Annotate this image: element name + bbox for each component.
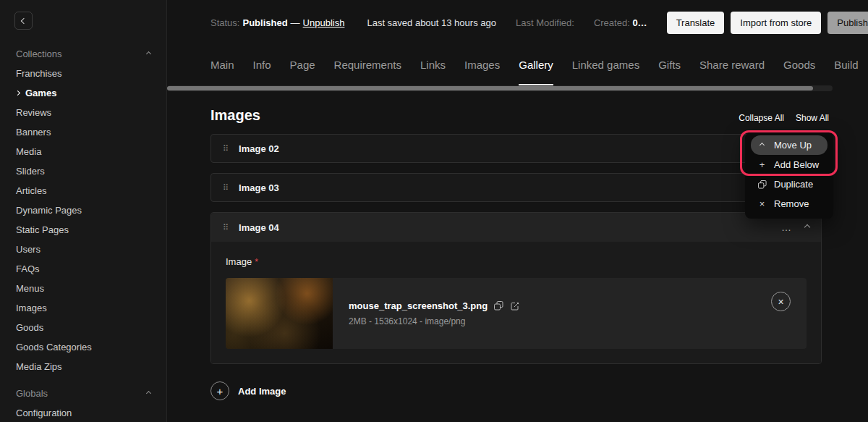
- row-context-menu: Move Up + Add Below Duplicate × Remove: [745, 132, 833, 219]
- created-value: 0…: [632, 17, 647, 28]
- row-menu-icon[interactable]: …: [781, 221, 792, 233]
- sidebar-item-faqs[interactable]: FAQs: [0, 259, 166, 279]
- duplicate-icon: [757, 180, 767, 189]
- tabs-scrollbar-track: [167, 85, 833, 91]
- tab-page[interactable]: Page: [290, 45, 315, 85]
- tab-gallery[interactable]: Gallery: [519, 45, 553, 85]
- sidebar-item-label: Games: [25, 88, 56, 98]
- collections-section-header[interactable]: Collections: [0, 44, 166, 64]
- copy-icon[interactable]: [494, 301, 503, 311]
- sidebar-item-media-zips[interactable]: Media Zips: [0, 357, 166, 376]
- globals-section-header[interactable]: Globals: [0, 384, 166, 403]
- bulk-actions: Collapse All Show All: [739, 113, 829, 123]
- menu-item-label: Move Up: [774, 140, 812, 151]
- file-name-row: mouse_trap_screenshot_3.png: [349, 300, 520, 311]
- row-label: Image 03: [239, 182, 279, 193]
- collapse-row-button[interactable]: [805, 225, 809, 229]
- image-row-02[interactable]: ⠿ Image 02: [210, 134, 822, 163]
- tab-main[interactable]: Main: [210, 45, 234, 85]
- close-icon: ×: [778, 296, 783, 308]
- sidebar-item-sliders[interactable]: Sliders: [0, 161, 166, 181]
- status-label: Status:: [210, 17, 239, 28]
- tab-links[interactable]: Links: [420, 45, 446, 85]
- row-label: Image 04: [239, 222, 279, 233]
- chevron-up-icon: [146, 391, 151, 396]
- drag-handle-icon[interactable]: ⠿: [223, 224, 229, 232]
- image-row-04-header[interactable]: ⠿ Image 04 …: [211, 213, 821, 242]
- sidebar-item-franchises[interactable]: Franchises: [0, 64, 166, 83]
- tabs-scrollbar-thumb[interactable]: [167, 86, 813, 90]
- collapse-all-link[interactable]: Collapse All: [739, 113, 784, 123]
- created-label: Created:: [594, 17, 630, 28]
- created-group: Created: 0…: [594, 17, 647, 28]
- globals-nav: Configuration Custom settings: [0, 403, 166, 422]
- translate-button[interactable]: Translate: [667, 12, 725, 34]
- image-field-label: Image: [226, 256, 252, 267]
- tab-info[interactable]: Info: [253, 45, 271, 85]
- publish-changes-button[interactable]: Publish changes: [827, 12, 868, 34]
- close-icon: ×: [757, 199, 767, 208]
- image-row-03[interactable]: ⠿ Image 03: [210, 173, 822, 202]
- menu-item-move-up[interactable]: Move Up: [751, 135, 827, 155]
- tab-requirements[interactable]: Requirements: [334, 45, 401, 85]
- file-card: mouse_trap_screenshot_3.png 2MB - 1536x1…: [226, 278, 807, 349]
- menu-item-label: Duplicate: [774, 179, 813, 190]
- sidebar-item-media[interactable]: Media: [0, 142, 166, 161]
- sidebar-item-configuration[interactable]: Configuration: [0, 403, 166, 422]
- menu-item-remove[interactable]: × Remove: [751, 194, 827, 214]
- sidebar-item-static-pages[interactable]: Static Pages: [0, 220, 166, 240]
- images-section-header: Images Collapse All Show All: [210, 107, 822, 124]
- chevron-up-icon: [804, 224, 810, 230]
- file-meta: 2MB - 1536x1024 - image/png: [349, 316, 520, 326]
- drag-handle-icon[interactable]: ⠿: [223, 184, 229, 192]
- menu-item-label: Remove: [774, 198, 809, 209]
- sidebar-item-goods-categories[interactable]: Goods Categories: [0, 337, 166, 357]
- tab-share-reward[interactable]: Share reward: [699, 45, 765, 85]
- images-section-title: Images: [210, 107, 822, 124]
- sidebar-item-users[interactable]: Users: [0, 240, 166, 259]
- tab-gifts[interactable]: Gifts: [658, 45, 681, 85]
- image-row-04-expanded: ⠿ Image 04 … Image*: [210, 212, 822, 364]
- import-from-store-button[interactable]: Import from store: [731, 12, 821, 34]
- show-all-link[interactable]: Show All: [796, 113, 829, 123]
- sidebar-item-reviews[interactable]: Reviews: [0, 103, 166, 122]
- tab-images[interactable]: Images: [464, 45, 500, 85]
- sidebar-item-goods[interactable]: Goods: [0, 318, 166, 337]
- status-value: Published: [242, 17, 287, 28]
- menu-item-label: Add Below: [774, 159, 819, 170]
- sidebar-item-dynamic-pages[interactable]: Dynamic Pages: [0, 201, 166, 220]
- remove-file-button[interactable]: ×: [771, 292, 791, 311]
- sidebar-item-images[interactable]: Images: [0, 298, 166, 318]
- header-buttons: Translate Import from store Publish chan…: [667, 12, 868, 34]
- tab-linked-games[interactable]: Linked games: [572, 45, 639, 85]
- chevron-right-icon: [15, 90, 20, 96]
- section-label: Collections: [16, 48, 62, 59]
- plus-icon: +: [757, 160, 767, 169]
- sidebar-item-banners[interactable]: Banners: [0, 122, 166, 142]
- thumbnail-image: [226, 278, 333, 349]
- plus-icon: +: [210, 381, 229, 400]
- file-info: mouse_trap_screenshot_3.png 2MB - 1536x1…: [349, 300, 520, 326]
- file-name: mouse_trap_screenshot_3.png: [349, 300, 488, 311]
- add-image-label: Add Image: [238, 386, 286, 397]
- row-label: Image 02: [239, 143, 279, 154]
- drag-handle-icon[interactable]: ⠿: [223, 145, 229, 153]
- sidebar-item-menus[interactable]: Menus: [0, 279, 166, 298]
- tab-goods[interactable]: Goods: [783, 45, 815, 85]
- sidebar-section-globals: Globals Configuration Custom settings: [0, 384, 166, 422]
- back-button[interactable]: [14, 12, 33, 30]
- tab-build[interactable]: Build: [834, 45, 858, 85]
- sidebar-item-articles[interactable]: Articles: [0, 181, 166, 201]
- row-actions: …: [781, 221, 809, 233]
- menu-item-duplicate[interactable]: Duplicate: [751, 174, 827, 194]
- document-header: Status:Published—Unpublish Last saved ab…: [167, 0, 868, 45]
- edit-icon[interactable]: [510, 301, 520, 311]
- image-row-04-body: Image* mouse_trap_screenshot_3.png: [211, 242, 821, 363]
- add-image-button[interactable]: + Add Image: [210, 381, 286, 400]
- last-modified-label: Last Modified:: [516, 17, 574, 28]
- sidebar-item-games[interactable]: Games: [0, 83, 166, 103]
- image-rows: ⠿ Image 02 ⠿ Image 03 ⠿ Image 04 …: [210, 134, 822, 364]
- unpublish-link[interactable]: Unpublish: [303, 17, 345, 28]
- menu-item-add-below[interactable]: + Add Below: [751, 155, 827, 174]
- status-group: Status:Published—Unpublish: [210, 17, 347, 28]
